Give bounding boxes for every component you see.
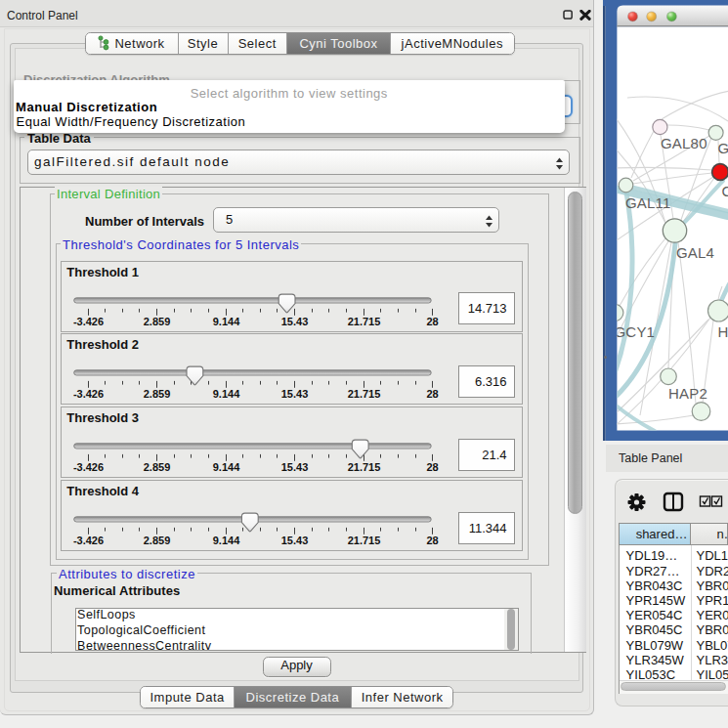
svg-text:-3.426: -3.426	[73, 461, 104, 473]
svg-text:HAP2: HAP2	[668, 385, 707, 402]
svg-text:GAL80: GAL80	[661, 135, 707, 151]
svg-text:28: 28	[427, 461, 439, 473]
svg-text:15.43: 15.43	[281, 461, 309, 473]
svg-text:-3.426: -3.426	[73, 316, 104, 327]
svg-text:9.144: 9.144	[213, 535, 240, 546]
svg-text:2.859: 2.859	[144, 316, 171, 327]
svg-text:15.43: 15.43	[281, 535, 309, 546]
svg-text:21.715: 21.715	[348, 461, 381, 473]
svg-text:2.859: 2.859	[144, 535, 171, 546]
svg-text:CRM1: CRM1	[722, 183, 728, 199]
svg-text:28: 28	[427, 535, 439, 546]
svg-text:21.715: 21.715	[348, 316, 381, 327]
svg-text:9.144: 9.144	[213, 316, 240, 327]
svg-text:-3.426: -3.426	[73, 535, 104, 546]
svg-text:2.859: 2.859	[144, 388, 171, 400]
svg-text:15.43: 15.43	[281, 388, 309, 400]
svg-text:28: 28	[427, 388, 439, 400]
svg-text:-3.426: -3.426	[73, 388, 104, 400]
svg-text:GAL4: GAL4	[676, 244, 714, 261]
svg-text:GCY1: GCY1	[615, 323, 656, 340]
svg-text:21.715: 21.715	[348, 388, 381, 400]
svg-text:21.715: 21.715	[348, 535, 381, 546]
svg-text:9.144: 9.144	[213, 388, 240, 400]
svg-text:GAL4: GAL4	[718, 140, 728, 156]
svg-text:GAL11: GAL11	[625, 194, 671, 211]
svg-text:9.144: 9.144	[213, 461, 240, 473]
svg-text:28: 28	[427, 316, 439, 327]
svg-text:HIS4: HIS4	[718, 323, 728, 340]
svg-text:2.859: 2.859	[144, 461, 171, 473]
svg-text:15.43: 15.43	[281, 316, 309, 327]
